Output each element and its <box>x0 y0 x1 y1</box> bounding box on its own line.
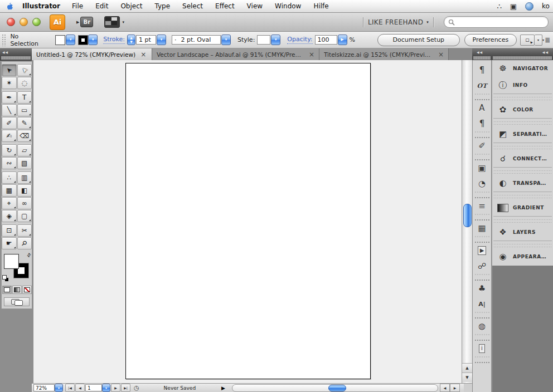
menu-type[interactable]: Type <box>148 2 176 10</box>
document-tab-3[interactable]: Titelskizze.ai @ 152% (CMYK/Previe…× <box>319 48 449 60</box>
panel-grip[interactable] <box>2 34 6 46</box>
fill-color-control[interactable]: ▾ <box>55 35 75 45</box>
live-paint-bucket-tool[interactable]: ◈ <box>2 210 17 222</box>
opacity-input[interactable]: 100 <box>315 35 337 45</box>
flattener-preview-panel-icon[interactable]: ◍ <box>474 318 491 334</box>
graphic-style-control[interactable]: ▾ <box>257 35 280 45</box>
paragraph-styles-panel-icon[interactable]: ¶ <box>474 116 491 131</box>
menu-edit[interactable]: Edit <box>89 2 114 10</box>
hand-tool[interactable]: ☛ <box>2 237 17 249</box>
paragraph-panel-icon[interactable]: ¶ <box>474 62 491 78</box>
workflow-icon[interactable]: ◷ <box>134 384 139 391</box>
search-input[interactable] <box>457 18 537 26</box>
chevron-down-icon[interactable]: ▾ <box>221 35 231 45</box>
collapse-icon[interactable]: ◀◀ <box>477 50 483 54</box>
menu-illustrator[interactable]: Illustrator <box>17 2 66 10</box>
symbols-panel-icon[interactable]: ♣ <box>474 281 491 296</box>
glyphs-panel-icon[interactable]: A| <box>474 296 491 312</box>
displays-menu-icon[interactable]: ▣ <box>510 2 517 11</box>
column-graph-tool[interactable]: ▥ <box>17 171 32 184</box>
tab-close-icon[interactable]: × <box>309 51 314 58</box>
brush-definition-control[interactable]: · 2 pt. Oval ▾ <box>172 35 231 45</box>
chevron-down-icon[interactable]: ▾ <box>157 35 166 45</box>
links-panel-icon[interactable]: ☍ <box>474 258 491 274</box>
character-styles-panel-icon[interactable]: A <box>474 100 491 116</box>
zoom-tool[interactable]: ⚲ <box>17 237 32 249</box>
dock-panel-separati[interactable]: ◩SEPARATI… <box>492 126 553 143</box>
horizontal-scrollbar[interactable] <box>232 384 438 392</box>
chevron-down-icon[interactable]: ▾ <box>535 35 542 46</box>
zoom-dropdown-icon[interactable]: ▾ <box>55 384 63 392</box>
stroke-weight-input[interactable]: 1 pt <box>136 35 156 45</box>
warp-tool[interactable]: ∾ <box>2 157 17 169</box>
last-page-button[interactable]: ▶| <box>121 384 130 392</box>
pen-tool[interactable]: ✒ <box>2 91 17 104</box>
document-setup-button[interactable]: Document Setup <box>377 34 460 46</box>
eyedropper-tool[interactable]: ⌖ <box>2 197 17 209</box>
blend-tool[interactable]: ∞ <box>17 197 32 209</box>
go-to-bridge-button[interactable]: ▶ Br <box>76 17 93 27</box>
rectangle-tool[interactable]: ▭ <box>17 104 32 116</box>
scroll-right-button[interactable]: ▶ <box>450 384 460 392</box>
apple-menu-icon[interactable] <box>6 2 13 11</box>
window-zoom-button[interactable] <box>32 18 41 26</box>
menu-effect[interactable]: Effect <box>209 2 241 10</box>
dock-panel-appeara[interactable]: ◉APPEARA… <box>492 248 553 265</box>
line-segment-tool[interactable]: ╲ <box>2 104 17 116</box>
horizontal-scrollbar-thumb[interactable] <box>328 385 346 391</box>
color-mode-button[interactable] <box>2 286 12 294</box>
screen-mode-button[interactable] <box>4 297 30 306</box>
artboard[interactable] <box>125 63 371 379</box>
dock-panel-info[interactable]: ⓘINFO <box>492 77 553 94</box>
lasso-tool[interactable]: ◌ <box>17 77 32 89</box>
status-menu-arrow-icon[interactable]: ▶ <box>221 385 225 391</box>
preferences-button[interactable]: Preferences <box>464 34 517 46</box>
opacity-panel-link[interactable]: Opacity: <box>287 36 312 44</box>
stroke-panel-icon[interactable]: ≡ <box>474 198 491 214</box>
arrange-documents-button[interactable]: ▾ <box>104 16 124 28</box>
crop-area-tool[interactable]: ⊡ <box>2 224 17 237</box>
paw-menu-icon[interactable]: ∴ <box>497 2 501 11</box>
menu-object[interactable]: Object <box>114 2 148 10</box>
dock-panel-layers[interactable]: ❖LAYERS <box>492 224 553 241</box>
canvas-area[interactable] <box>33 60 462 383</box>
select-similar-objects-icon[interactable]: ▫➤ <box>520 35 535 46</box>
fill-color-swatch[interactable] <box>4 254 19 269</box>
toolbox-header[interactable]: ◀◀ <box>0 48 32 61</box>
document-tab-1[interactable]: Untitled-1 @ 72% (CMYK/Preview)× <box>32 48 152 60</box>
color-guide-panel-icon[interactable]: ◔ <box>474 176 491 192</box>
stroke-color-control[interactable]: ▾ <box>79 35 98 45</box>
menu-window[interactable]: Window <box>269 2 307 10</box>
eraser-tool[interactable]: ⌫ <box>17 130 32 142</box>
paintbrush-tool[interactable]: ✐ <box>2 117 17 129</box>
vertical-scrollbar[interactable]: ▲ ▼ <box>462 60 472 383</box>
search-field[interactable] <box>444 16 549 28</box>
zoom-level-input[interactable]: 72% <box>33 384 55 391</box>
collapse-icon[interactable]: ◀◀ <box>542 50 549 54</box>
rotate-tool[interactable]: ↻ <box>2 144 17 156</box>
stroke-panel-link[interactable]: Stroke: <box>103 36 125 44</box>
menu-hilfe[interactable]: Hilfe <box>307 2 334 10</box>
live-paint-selection-tool[interactable]: ▢ <box>17 210 32 222</box>
default-fill-stroke-icon[interactable] <box>2 275 8 281</box>
chevron-down-icon[interactable]: ▾ <box>66 35 75 45</box>
menu-select[interactable]: Select <box>176 2 209 10</box>
slice-tool[interactable]: ✂ <box>17 224 32 237</box>
dock-panel-gradient[interactable]: GRADIENT <box>492 199 553 216</box>
none-mode-button[interactable] <box>22 286 32 294</box>
actions-panel-icon[interactable]: ▶ <box>474 243 491 258</box>
collapse-icon[interactable]: ◀◀ <box>2 50 8 54</box>
magic-wand-tool[interactable]: ✶ <box>2 77 17 89</box>
first-page-button[interactable]: |◀ <box>65 384 75 392</box>
menu-view[interactable]: View <box>241 2 269 10</box>
page-number-input[interactable]: 1 <box>85 384 102 391</box>
window-close-button[interactable] <box>7 18 15 26</box>
brushes-panel-icon[interactable]: ✐ <box>474 138 491 154</box>
vertical-scrollbar-thumb[interactable] <box>463 204 472 227</box>
gradient-tool[interactable]: ◧ <box>17 184 32 197</box>
panel-grip[interactable] <box>1 56 31 60</box>
selection-tool[interactable]: ➤ <box>2 64 17 76</box>
chevron-down-icon[interactable]: ▾ <box>88 35 98 45</box>
mesh-tool[interactable]: ▦ <box>2 184 17 197</box>
menu-file[interactable]: File <box>66 2 89 10</box>
